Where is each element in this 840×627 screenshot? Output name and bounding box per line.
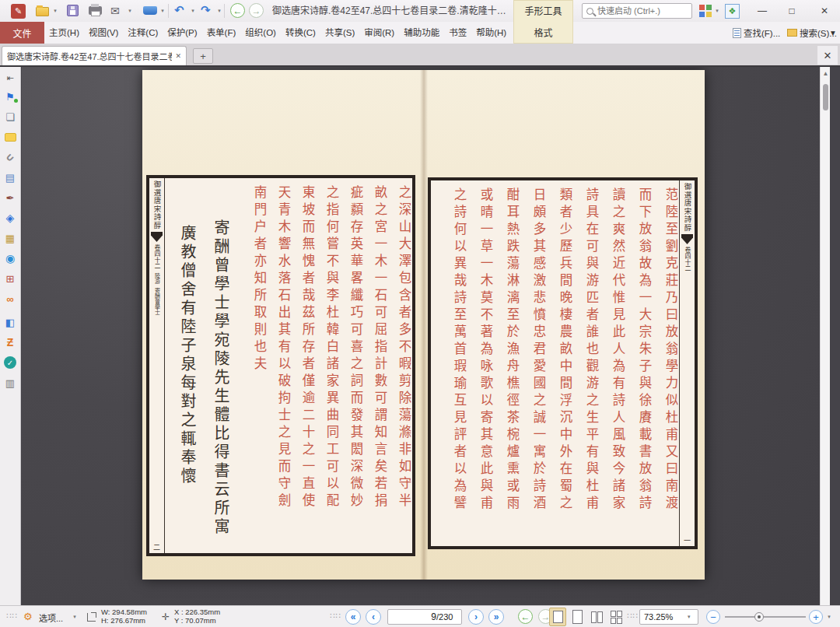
options-button[interactable]: 选项... [39, 611, 63, 624]
scan-icon[interactable] [143, 6, 157, 15]
minimize-button[interactable]: — [748, 0, 776, 22]
tab-format[interactable]: 格式 [514, 23, 572, 44]
open-file-icon[interactable] [36, 7, 49, 16]
tags-icon[interactable]: ◧ [0, 312, 21, 332]
menu-protect[interactable]: 保护(P) [163, 22, 201, 44]
status-overflow-icon[interactable]: ▾ [826, 614, 832, 620]
zoom-out-button[interactable]: − [706, 610, 720, 624]
options-dropdown-icon[interactable]: ▾ [72, 614, 78, 620]
single-page-layout-button[interactable] [549, 608, 566, 626]
undo-dropdown-icon[interactable]: ▾ [190, 8, 196, 14]
save-icon[interactable] [67, 5, 79, 16]
search-button[interactable]: 搜索(S)... [787, 22, 837, 44]
continuous-layout-button[interactable] [569, 608, 586, 626]
menu-home[interactable]: 主页(H) [44, 22, 84, 44]
toolbar-grip[interactable]: ∷∷ [330, 611, 341, 620]
tab-close-icon[interactable]: ✕ [175, 52, 181, 60]
menu-file[interactable]: 文件 [0, 22, 44, 44]
toolbar-grip[interactable]: ∷∷ [6, 611, 18, 620]
menu-form[interactable]: 表单(F) [202, 22, 241, 44]
page-size-readout: W: 294.58mmH: 276.67mm [101, 608, 147, 625]
text-column: 讀之爽然近代惟見此人為有詩人風致今諸家 [597, 187, 624, 541]
accessibility-icon[interactable]: ✓ [0, 352, 21, 373]
title-bar: ✎ ▾ ✉ ▾ ▾ ↶ ▾ ↷ ▾ ← → 御选唐宋诗醇.卷42至47.总四十七… [0, 0, 840, 22]
email-icon[interactable]: ✉ [110, 5, 120, 17]
menu-help[interactable]: 帮助(H) [471, 22, 511, 44]
file-attachments-icon[interactable]: ▤ [0, 167, 21, 187]
zoom-dropdown-icon: ▾ [688, 614, 694, 620]
previous-page-button[interactable]: ‹ [366, 609, 381, 625]
continuous-facing-layout-button[interactable] [607, 608, 625, 626]
text-column: 日頗多其感激悲憤忠君愛國之誠一寓於詩酒 [518, 187, 544, 541]
scan-dropdown-icon[interactable]: ▾ [159, 8, 166, 14]
text-column: 而下放翁故為一大宗朱子與徐賡載書放翁詩 [624, 187, 650, 541]
document-viewport[interactable]: 御選唐宋詩醇 卷四十二 陸游 寄酬曾學士 二 之深山大澤包含者多不暇剪除蕩滌非如… [22, 67, 830, 605]
zoom-slider[interactable] [725, 609, 806, 625]
forward-button[interactable]: → [249, 3, 264, 18]
previous-view-button[interactable]: ← [518, 609, 533, 624]
fields-icon[interactable]: ⊞ [0, 268, 21, 289]
maximize-button[interactable]: □ [778, 0, 806, 22]
scroll-up-icon[interactable]: ▲ [821, 68, 830, 78]
facing-layout-button[interactable] [588, 608, 605, 626]
right-page-text: 范陸至劉克莊乃曰放翁學力似杜甫又曰南渡 而下放翁故為一大宗朱子與徐賡載書放翁詩 … [431, 180, 679, 546]
options-gear-icon[interactable]: ⚙ [23, 611, 33, 622]
menu-bookmark[interactable]: 书签 [444, 22, 471, 44]
print-icon[interactable] [89, 6, 102, 15]
page-number-input[interactable] [391, 611, 436, 622]
skin-dropdown-icon[interactable]: ▾ [714, 8, 720, 14]
content-icon[interactable]: ▦ [0, 228, 21, 248]
search-input[interactable] [597, 6, 688, 16]
collapse-panel-icon[interactable]: ⇤ [0, 69, 21, 86]
open-dropdown-icon[interactable]: ▾ [52, 8, 58, 14]
toolbar-grip[interactable]: ∷∷ [627, 611, 639, 620]
tab-hand-tool[interactable]: 手形工具 [514, 1, 572, 23]
email-dropdown-icon[interactable]: ▾ [127, 8, 133, 14]
back-button[interactable]: ← [230, 3, 245, 18]
close-document-button[interactable]: ✕ [817, 46, 838, 65]
skin-settings-icon[interactable] [699, 5, 712, 17]
zoom-in-button[interactable]: + [809, 610, 823, 624]
status-bar: ∷∷ ⚙ 选项... ▾ W: 294.58mmH: 276.67mm ✛ X … [0, 605, 840, 627]
bookmarks-icon[interactable]: ⚑ [0, 86, 21, 107]
destinations-icon[interactable]: ◉ [0, 248, 21, 268]
next-page-button[interactable]: › [468, 609, 484, 625]
quick-launch-search[interactable] [582, 3, 692, 19]
last-page-button[interactable]: » [488, 609, 504, 625]
menu-share[interactable]: 共享(S) [320, 22, 359, 44]
signatures-icon[interactable]: ✒ [0, 187, 21, 208]
new-tab-button[interactable]: + [193, 48, 213, 64]
redo-dropdown-icon[interactable]: ▾ [216, 8, 222, 14]
scrollbar-thumb[interactable] [823, 84, 828, 110]
search-icon [586, 8, 593, 15]
document-tab[interactable]: 御选唐宋诗醇.卷42至47.总四十七卷目录二卷.清乾隆十.. ✕ [2, 46, 187, 65]
menu-comment[interactable]: 注释(C) [123, 22, 163, 44]
menu-convert[interactable]: 转换(C) [281, 22, 320, 44]
close-button[interactable]: ✕ [809, 0, 840, 22]
vertical-scrollbar[interactable]: ▲ [820, 67, 830, 605]
toolbar-overflow-icon[interactable]: ▾ [831, 22, 838, 44]
left-page: 御選唐宋詩醇 卷四十二 陸游 寄酬曾學士 二 之深山大澤包含者多不暇剪除蕩滌非如… [146, 175, 415, 556]
fullscreen-icon[interactable]: ❖ [725, 4, 740, 19]
page-size-icon [87, 613, 96, 622]
zoom-slider-track[interactable] [725, 616, 806, 618]
redo-icon[interactable]: ↷ [201, 3, 211, 17]
document-title: 御选唐宋诗醇.卷42至47.总四十七卷目录二卷.清乾隆十六年（1751）内府.. [272, 0, 509, 22]
zoom-level-select[interactable]: 73.25% ▾ [639, 609, 698, 625]
first-page-button[interactable]: « [345, 609, 361, 625]
articles-icon[interactable]: Ƶ [0, 332, 21, 352]
menu-view[interactable]: 视图(V) [84, 22, 123, 44]
search-folder-icon [787, 29, 797, 37]
menu-accessibility[interactable]: 辅助功能 [399, 22, 444, 44]
menu-review[interactable]: 审阅(R) [359, 22, 399, 44]
layers-icon[interactable]: ◈ [0, 208, 21, 228]
zoom-slider-thumb[interactable] [754, 612, 764, 622]
menu-organize[interactable]: 组织(O) [240, 22, 281, 44]
page-thumbnails-icon[interactable]: ❏ [0, 107, 21, 127]
fishtail-mark [681, 234, 693, 244]
accessibility-report-icon[interactable]: ▥ [0, 373, 21, 393]
links-icon[interactable]: ∞ [0, 289, 21, 309]
find-button[interactable]: 查找(F)... [733, 22, 780, 44]
undo-icon[interactable]: ↶ [174, 3, 184, 17]
page-number-box: /230 [387, 609, 462, 625]
